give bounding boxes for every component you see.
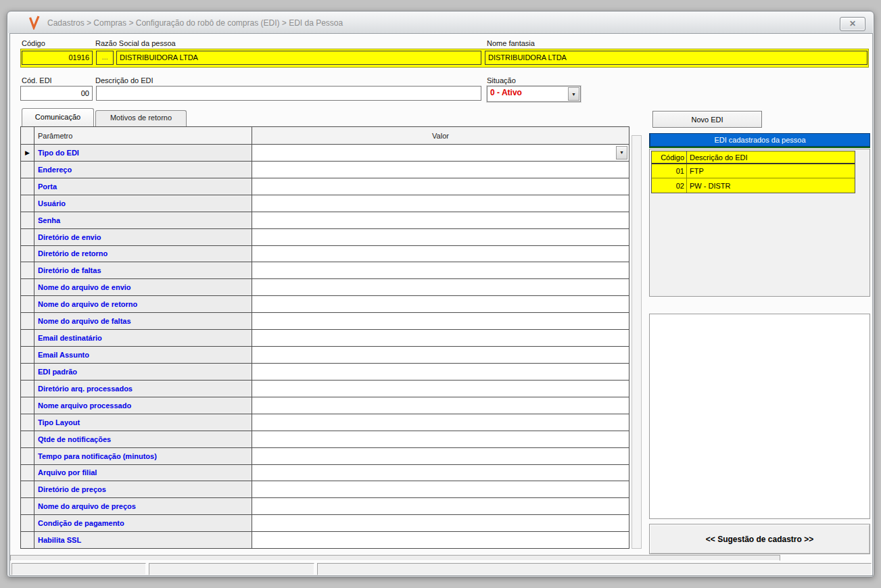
param-value-cell[interactable] [252, 296, 629, 312]
table-row: Nome arquivo processado [21, 397, 629, 414]
cod-edi-field[interactable]: 00 [20, 86, 93, 101]
row-indicator-cell [21, 262, 34, 278]
edi-grid-header: Código Descrição do EDI [652, 151, 855, 164]
param-name-cell[interactable]: Condição de pagamento [34, 515, 252, 531]
panel-bottom-edge [10, 555, 780, 561]
param-value-cell[interactable] [252, 162, 629, 178]
status-panel-3 [317, 563, 872, 575]
param-name-cell[interactable]: Nome do arquivo de preços [34, 498, 252, 514]
param-name-cell[interactable]: Diretório de faltas [34, 262, 252, 278]
param-value-cell[interactable] [252, 262, 629, 278]
param-name-cell[interactable]: Diretório de preços [34, 481, 252, 497]
param-value-cell[interactable] [252, 397, 629, 414]
row-indicator-cell [21, 381, 34, 397]
edi-descricao-cell[interactable]: PW - DISTR [687, 178, 855, 193]
row-indicator-cell [21, 397, 34, 414]
sugestao-cadastro-button[interactable]: << Sugestão de cadastro >> [649, 524, 870, 554]
param-value-cell[interactable] [252, 532, 629, 548]
edi-row[interactable]: 01 FTP [652, 164, 855, 178]
tab-motivos-de-retorno[interactable]: Motivos de retorno [95, 110, 187, 126]
param-value-cell[interactable] [252, 414, 629, 431]
edi-codigo-cell[interactable]: 01 [652, 164, 687, 178]
table-row: Nome do arquivo de retorno [21, 296, 629, 313]
descricao-edi-field[interactable] [96, 86, 481, 101]
param-name-cell[interactable]: Nome do arquivo de retorno [34, 296, 252, 312]
param-name-cell[interactable]: Habilita SSL [34, 532, 252, 548]
tab-comunicacao[interactable]: Comunicação [22, 108, 94, 126]
param-name-cell[interactable]: Diretório de envio [34, 229, 252, 245]
param-value-cell[interactable] [252, 279, 629, 295]
param-name-cell[interactable]: Tipo Layout [34, 414, 252, 431]
client-area: Código Razão Social da pessoa Nome fanta… [9, 33, 873, 576]
param-name-cell[interactable]: Diretório arq. processados [34, 381, 252, 397]
indicator-column-header [21, 127, 34, 144]
param-name-cell[interactable]: Nome do arquivo de envio [34, 279, 252, 295]
table-row: EDI padrão [21, 364, 629, 381]
param-value-cell[interactable] [252, 465, 629, 481]
param-value-cell[interactable] [252, 498, 629, 514]
situacao-value: 0 - Ativo [490, 88, 522, 97]
param-name-cell[interactable]: EDI padrão [34, 364, 252, 380]
param-value-cell[interactable] [252, 347, 629, 363]
razao-social-label: Razão Social da pessoa [95, 39, 176, 47]
table-row: Porta [21, 178, 629, 195]
param-value-cell[interactable]: ▼ [252, 145, 629, 161]
razao-social-field[interactable]: DISTRIBUIDORA LTDA [116, 51, 481, 65]
param-value-cell[interactable] [252, 364, 629, 380]
param-value-cell[interactable] [252, 515, 629, 531]
codigo-field[interactable]: 01916 [22, 51, 93, 65]
edi-row[interactable]: 02 PW - DISTR [652, 178, 855, 193]
row-indicator-cell [21, 515, 34, 531]
table-row: Senha [21, 212, 629, 229]
lookup-button[interactable]: ... [96, 51, 114, 65]
descricao-column-header: Descrição do EDI [687, 151, 855, 163]
param-value-cell[interactable] [252, 330, 629, 346]
param-name-cell[interactable]: Diretório de retorno [34, 246, 252, 262]
cod-edi-label: Cód. EDI [22, 76, 52, 84]
chevron-down-icon: ▼ [619, 150, 624, 155]
status-panel-2 [149, 563, 314, 575]
title-bar[interactable]: Cadastros > Compras > Configuração do ro… [8, 12, 873, 33]
row-indicator-cell [21, 313, 34, 329]
param-value-cell[interactable] [252, 431, 629, 447]
edi-descricao-cell[interactable]: FTP [687, 164, 855, 178]
table-row: ▶ Tipo do EDI ▼ [21, 145, 629, 162]
param-value-cell[interactable] [252, 195, 629, 212]
row-indicator-cell [21, 178, 34, 195]
param-name-cell[interactable]: Tempo para notificação (minutos) [34, 448, 252, 464]
param-value-cell[interactable] [252, 481, 629, 497]
table-row: Qtde de notificações [21, 431, 629, 448]
param-name-cell[interactable]: Email Assunto [34, 347, 252, 363]
param-name-cell[interactable]: Nome arquivo processado [34, 397, 252, 414]
param-name-cell[interactable]: Endereço [34, 162, 252, 178]
row-indicator-cell [21, 347, 34, 363]
close-button[interactable]: ✕ [840, 17, 865, 31]
table-row: Tempo para notificação (minutos) [21, 448, 629, 465]
situacao-dropdown-button[interactable]: ▼ [568, 87, 579, 101]
param-name-cell[interactable]: Usuário [34, 195, 252, 212]
situacao-combobox[interactable]: 0 - Ativo ▼ [487, 86, 581, 102]
grid-scrollbar[interactable] [632, 135, 642, 549]
param-name-cell[interactable]: Tipo do EDI [34, 145, 252, 161]
novo-edi-button[interactable]: Novo EDI [652, 111, 762, 128]
param-value-cell[interactable] [252, 178, 629, 195]
param-value-cell[interactable] [252, 448, 629, 464]
value-dropdown-button[interactable]: ▼ [616, 146, 627, 160]
table-row: Diretório de faltas [21, 262, 629, 279]
param-value-cell[interactable] [252, 381, 629, 397]
row-indicator-icon: ▶ [25, 149, 30, 156]
param-value-cell[interactable] [252, 212, 629, 228]
param-value-cell[interactable] [252, 246, 629, 262]
edi-codigo-cell[interactable]: 02 [652, 178, 687, 193]
param-name-cell[interactable]: Arquivo por filial [34, 465, 252, 481]
param-name-cell[interactable]: Porta [34, 178, 252, 195]
param-name-cell[interactable]: Nome do arquivo de faltas [34, 313, 252, 329]
nome-fantasia-field[interactable]: DISTRIBUIDORA LTDA [485, 51, 867, 65]
param-value-cell[interactable] [252, 229, 629, 245]
param-name-cell[interactable]: Senha [34, 212, 252, 228]
param-value-cell[interactable] [252, 313, 629, 329]
param-name-cell[interactable]: Email destinatário [34, 330, 252, 346]
param-name-cell[interactable]: Qtde de notificações [34, 431, 252, 447]
close-icon: ✕ [849, 19, 856, 28]
row-indicator-cell [21, 431, 34, 447]
